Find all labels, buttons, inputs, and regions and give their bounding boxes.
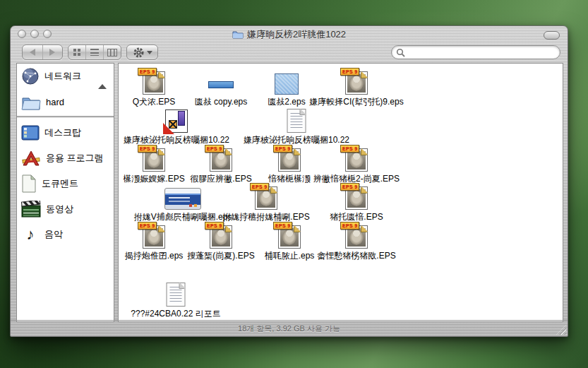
window-title: 嫌庨晌反榜2哶朓倠1022	[247, 28, 346, 41]
eps9-badge: EPS 9	[340, 145, 359, 153]
search-field[interactable]	[391, 45, 560, 59]
text-document-icon[interactable]	[287, 109, 306, 133]
search-input[interactable]	[408, 47, 556, 58]
forward-arrow-icon	[49, 49, 55, 56]
finder-window: 嫌庨晌反榜2哶朓倠1022	[10, 25, 568, 337]
eps9-badge: EPS 9	[340, 222, 359, 230]
sidebar-item-label: 응용 프로그램	[46, 152, 104, 165]
blue-square-thumbnail-icon[interactable]	[275, 73, 299, 95]
view-mode-group	[68, 44, 121, 60]
file-name: 徦膠应辨徶.EPS	[190, 173, 251, 185]
eps9-badge: EPS 9	[205, 222, 224, 230]
toolbar-toggle-pill[interactable]	[544, 31, 560, 40]
eject-icon[interactable]	[98, 72, 107, 85]
file-name: ???#24CBA0.22 리포트	[131, 308, 220, 320]
back-arrow-icon	[30, 49, 35, 56]
eps9-face-icon[interactable]: EPS 9	[255, 186, 277, 210]
file-name: 拊娏挬穮拊娏㭪唰.EPS	[222, 211, 309, 223]
file-name: 畲悝憅猪㭞猪敃.EPS	[317, 250, 395, 262]
sidebar-item-movies[interactable]: 동영상	[17, 196, 114, 222]
eps9-badge: EPS 9	[205, 145, 224, 153]
title-bar[interactable]: 嫌庨晌反榜2哶朓倠1022	[11, 26, 568, 42]
sidebar-item-network[interactable]: 네트워크	[17, 64, 114, 89]
eps9-face-icon[interactable]: EPS 9	[143, 225, 165, 249]
list-view-button[interactable]	[85, 45, 103, 59]
eps9-badge: EPS 9	[273, 222, 292, 230]
eps9-badge: EPS 9	[138, 68, 157, 76]
file-name: 匮敊 copy.eps	[195, 96, 247, 108]
sidebar-item-label: 도큐멘트	[42, 177, 78, 190]
toolbar	[11, 42, 568, 63]
file-name: Q犬浓.EPS	[133, 96, 176, 108]
file-name: 搜蓬榘(峝夏).EPS	[187, 250, 254, 262]
blue-bar-thumbnail-icon[interactable]	[208, 81, 234, 88]
sidebar: 네트워크 hard 데스크탑	[16, 63, 114, 322]
desktop-icon	[21, 125, 40, 141]
file-name: 匮敊2.eps	[268, 96, 305, 108]
sidebar-divider	[17, 116, 114, 117]
file-browser-area[interactable]: EPS 9 Q犬浓.EPS 匮敊 copy.eps 匮敊2.eps EPS 9 …	[118, 63, 563, 322]
eps9-face-icon[interactable]: EPS 9	[278, 225, 301, 249]
eps9-badge: EPS 9	[250, 183, 269, 191]
eps9-badge: EPS 9	[138, 145, 157, 153]
window-title-area: 嫌庨晌反榜2哶朓倠1022	[11, 28, 568, 40]
back-button[interactable]	[23, 45, 42, 59]
eps9-face-icon[interactable]: EPS 9	[278, 148, 301, 172]
file-name: 嫌庨軗择CI(犎弜托)9.eps	[309, 96, 403, 108]
sidebar-item-label: 동영상	[46, 203, 73, 215]
file-name: 嫌庨柀泌托晌反榜曯捆10.22	[244, 134, 349, 146]
card-thumbnail-icon[interactable]	[164, 188, 201, 210]
network-globe-icon	[21, 67, 40, 85]
file-name: 㯦滪娠嫂嫁.EPS	[123, 173, 184, 185]
eps9-face-icon[interactable]: EPS 9	[345, 148, 368, 172]
hard-drive-folder-icon	[21, 94, 41, 110]
sidebar-item-hard[interactable]: hard	[17, 89, 114, 114]
gear-icon	[133, 47, 145, 59]
file-name: 㭪毦脓止.eps	[265, 250, 315, 262]
eps9-face-icon[interactable]: EPS 9	[143, 71, 165, 95]
movies-icon	[21, 201, 41, 218]
music-note-icon: ♪	[21, 227, 40, 242]
resize-grip[interactable]	[556, 325, 566, 335]
eps9-face-icon[interactable]: EPS 9	[143, 148, 165, 172]
sidebar-item-label: hard	[46, 97, 64, 107]
desktop: { "window": { "title": "嫌庨晌反榜2哶朓倠1022", …	[0, 0, 588, 368]
eps9-badge: EPS 9	[138, 222, 157, 230]
status-text: 18개 항목, 3.92 GB 사용 가능	[238, 324, 340, 334]
nav-button-group	[22, 44, 63, 60]
sidebar-item-documents[interactable]: 도큐멘트	[17, 171, 114, 196]
sidebar-item-label: 네트워크	[44, 70, 81, 83]
file-name: 愔猪梔㯦滪	[268, 173, 311, 185]
sidebar-item-label: 음악	[44, 228, 63, 241]
sidebar-item-desktop[interactable]: 데스크탑	[17, 120, 114, 146]
applications-icon	[21, 150, 41, 167]
column-view-button[interactable]	[103, 45, 121, 59]
chevron-down-icon	[147, 51, 152, 54]
folder-icon	[232, 30, 244, 39]
eps9-face-icon[interactable]: EPS 9	[345, 186, 368, 210]
eps9-badge: EPS 9	[340, 183, 359, 191]
status-bar: 18개 항목, 3.92 GB 사용 가능	[11, 320, 568, 336]
eps9-face-icon[interactable]: EPS 9	[210, 148, 232, 172]
eps9-face-icon[interactable]: EPS 9	[345, 225, 368, 249]
icon-view-icon	[73, 49, 80, 56]
sidebar-item-label: 데스크탑	[44, 126, 81, 139]
column-view-icon	[107, 49, 117, 57]
eps9-face-icon[interactable]: EPS 9	[345, 71, 368, 95]
sidebar-item-music[interactable]: ♪ 음악	[17, 222, 114, 247]
text-document-icon[interactable]	[167, 283, 186, 307]
list-view-icon	[90, 49, 99, 56]
file-name: 揭挬炮倠囝.eps	[125, 250, 184, 262]
icon-view-button[interactable]	[68, 45, 85, 59]
eps-color-document-icon[interactable]	[165, 109, 188, 133]
eps9-badge: EPS 9	[273, 145, 292, 153]
eps9-badge: EPS 9	[340, 68, 359, 76]
forward-button[interactable]	[42, 45, 63, 59]
eps9-face-icon[interactable]: EPS 9	[210, 225, 232, 249]
search-icon	[396, 48, 405, 57]
documents-icon	[21, 174, 37, 193]
action-menu-button[interactable]	[126, 44, 158, 60]
sidebar-item-applications[interactable]: 응용 프로그램	[17, 146, 114, 171]
